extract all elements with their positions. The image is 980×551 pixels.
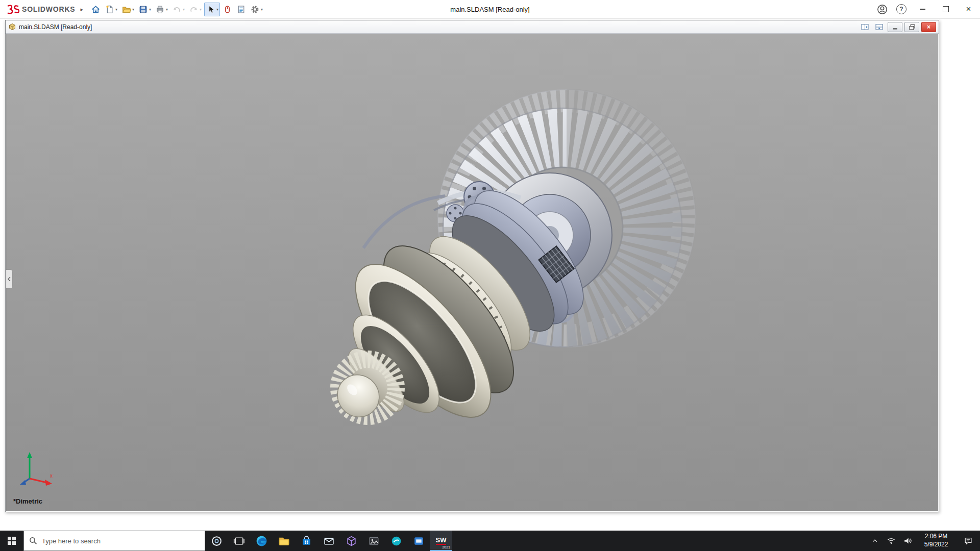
taskbar-clock[interactable]: 2:06 PM 5/9/2022 [916, 531, 957, 551]
volume-button[interactable] [899, 531, 916, 551]
save-button[interactable]: ▾ [137, 3, 153, 16]
open-button[interactable]: ▾ [120, 3, 136, 16]
person-icon [877, 4, 888, 15]
document-title: main.SLDASM [Read-only] [19, 23, 92, 31]
dropdown-arrow-icon[interactable]: ▾ [149, 7, 151, 12]
dropdown-arrow-icon[interactable]: ▾ [216, 7, 218, 12]
file-properties-icon [236, 5, 246, 14]
home-button[interactable] [89, 3, 102, 16]
wifi-icon [886, 536, 896, 546]
taskbar-app-edge[interactable] [250, 531, 273, 551]
select-cursor-icon [206, 5, 215, 14]
taskbar-app-mail[interactable] [317, 531, 340, 551]
doc-minimize-icon [892, 24, 899, 30]
doc-restore-icon [909, 24, 916, 30]
doc-close-button[interactable]: × [921, 22, 936, 32]
undo-icon [172, 5, 182, 14]
store-icon [300, 535, 313, 547]
action-center-icon [963, 536, 973, 546]
menu-expand-arrow[interactable]: ▸ [80, 6, 83, 13]
clock-date: 5/9/2022 [924, 541, 948, 549]
taskbar-app-file-explorer[interactable] [273, 531, 295, 551]
taskbar-app-solidworks[interactable]: SW 2021 [430, 531, 452, 551]
search-icon [29, 537, 37, 545]
task-view-icon [233, 535, 246, 547]
document-window-buttons: × [859, 22, 936, 32]
paint-3d-icon [390, 535, 403, 547]
new-document-icon [105, 5, 114, 14]
action-center-button[interactable] [957, 531, 980, 551]
app-titlebar[interactable]: SOLIDWORKS ▸ ▾ ▾ [0, 0, 980, 19]
orientation-triad: x [17, 448, 60, 488]
options-button[interactable]: ▾ [249, 3, 264, 16]
close-button[interactable]: × [957, 0, 980, 18]
network-button[interactable] [883, 531, 899, 551]
mouse-gestures-icon [223, 5, 232, 14]
edge-icon [255, 535, 268, 547]
taskbar-app-remote[interactable] [407, 531, 430, 551]
mouse-gestures-button[interactable] [221, 3, 234, 16]
cortana-icon [210, 535, 223, 547]
titlebar-right-controls: ? × [872, 0, 980, 18]
doc-minimize-button[interactable] [888, 22, 902, 32]
file-explorer-icon [278, 535, 290, 547]
tray-expand-button[interactable] [867, 531, 883, 551]
tile-window-button[interactable] [873, 22, 886, 32]
taskbar-search[interactable]: Type here to search [23, 531, 205, 551]
help-button[interactable]: ? [892, 0, 911, 18]
windows-logo-icon [8, 537, 16, 545]
taskbar-app-photos[interactable] [362, 531, 385, 551]
quick-access-toolbar: ▾ ▾ ▾ ▾ [89, 3, 264, 16]
file-properties-button[interactable] [235, 3, 248, 16]
remote-app-icon [412, 535, 425, 547]
view-orientation-label: *Dimetric [13, 497, 42, 505]
speaker-icon [902, 536, 913, 546]
solidworks-app-icon: SW 2021 [434, 534, 448, 547]
new-document-button[interactable]: ▾ [103, 3, 119, 16]
featuremanager-collapse-tab[interactable] [6, 269, 13, 289]
chevron-up-icon [870, 536, 879, 545]
photos-icon [368, 535, 380, 547]
maximize-button[interactable] [934, 0, 957, 18]
svg-text:x: x [50, 473, 53, 479]
redo-button[interactable]: ▾ [187, 3, 203, 16]
split-window-icon [861, 23, 869, 31]
dropdown-arrow-icon[interactable]: ▾ [200, 7, 202, 12]
dropdown-arrow-icon[interactable]: ▾ [132, 7, 134, 12]
open-folder-icon [121, 5, 131, 14]
start-button[interactable] [0, 531, 23, 551]
taskbar-app-3d-viewer[interactable] [340, 531, 362, 551]
chevron-left-icon [7, 277, 11, 282]
window-title: main.SLDASM [Read-only] [450, 0, 529, 18]
engine-model [6, 34, 938, 511]
clock-time: 2:06 PM [925, 533, 948, 541]
taskbar-app-paint-3d[interactable] [385, 531, 407, 551]
windows-taskbar: Type here to search [0, 531, 980, 551]
account-button[interactable] [872, 0, 892, 18]
graphics-viewport[interactable]: x *Dimetric [6, 34, 938, 511]
close-icon: × [966, 4, 971, 14]
minimize-icon [920, 9, 925, 10]
undo-button[interactable]: ▾ [170, 3, 186, 16]
task-view-button[interactable] [228, 531, 250, 551]
system-tray: 2:06 PM 5/9/2022 [867, 531, 980, 551]
solidworks-logo: SOLIDWORKS [0, 4, 78, 14]
doc-restore-button[interactable] [904, 22, 919, 32]
dropdown-arrow-icon[interactable]: ▾ [183, 7, 185, 12]
help-icon: ? [896, 4, 906, 14]
dropdown-arrow-icon[interactable]: ▾ [166, 7, 168, 12]
assembly-icon [8, 23, 16, 31]
document-titlebar[interactable]: main.SLDASM [Read-only] [6, 20, 939, 34]
solidworks-app-label: SW [436, 537, 447, 545]
doc-close-icon: × [927, 23, 930, 31]
dropdown-arrow-icon[interactable]: ▾ [261, 7, 263, 12]
dropdown-arrow-icon[interactable]: ▾ [115, 7, 117, 12]
minimize-button[interactable] [911, 0, 934, 18]
taskbar-app-store[interactable] [295, 531, 317, 551]
print-button[interactable]: ▾ [154, 3, 169, 16]
new-window-button[interactable] [859, 22, 871, 32]
select-tool-button[interactable]: ▾ [204, 3, 220, 16]
document-window: main.SLDASM [Read-only] [5, 20, 939, 512]
redo-icon [189, 5, 199, 14]
cortana-button[interactable] [205, 531, 228, 551]
